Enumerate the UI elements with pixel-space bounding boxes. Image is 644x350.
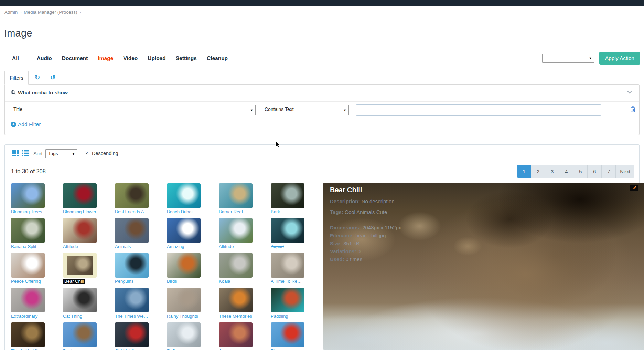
apply-action-button[interactable]: Apply Action bbox=[599, 52, 640, 65]
media-title-link[interactable]: These Memories bbox=[219, 313, 253, 319]
media-title-link[interactable]: Extraordinary bbox=[11, 313, 45, 319]
tab-image[interactable]: Image bbox=[98, 55, 114, 61]
pagination-page-button[interactable]: 6 bbox=[588, 165, 602, 178]
media-thumbnail[interactable] bbox=[219, 183, 253, 208]
media-item: Blooming Flower bbox=[63, 183, 97, 216]
media-thumbnail[interactable] bbox=[219, 218, 253, 243]
pagination-page-button[interactable]: 1 bbox=[517, 165, 531, 178]
filters-tab[interactable]: Filters bbox=[4, 71, 29, 85]
sort-select[interactable]: Tags ▼ bbox=[45, 149, 77, 158]
media-title-link[interactable]: Penguins bbox=[115, 279, 149, 284]
media-title-link[interactable]: Best Friends A... bbox=[115, 209, 149, 214]
tab-settings[interactable]: Settings bbox=[176, 55, 197, 61]
media-thumbnail[interactable] bbox=[219, 288, 253, 312]
media-item: Amazing bbox=[167, 218, 201, 251]
media-thumbnail[interactable] bbox=[11, 218, 45, 243]
media-thumbnail[interactable] bbox=[167, 322, 201, 347]
media-title-link[interactable]: Koala bbox=[219, 279, 253, 284]
media-thumbnail[interactable] bbox=[115, 183, 149, 208]
refresh-icon[interactable]: ↻ bbox=[35, 74, 40, 81]
pagination-page-button[interactable]: 7 bbox=[602, 165, 616, 178]
media-title-link[interactable]: Altitude bbox=[219, 244, 253, 249]
filters-panel-header[interactable]: What media to show bbox=[11, 90, 68, 95]
breadcrumb-link[interactable]: Admin bbox=[4, 10, 18, 15]
media-title-link[interactable]: Old Mobile bbox=[115, 348, 149, 350]
media-thumbnail-selected[interactable] bbox=[63, 253, 97, 278]
add-filter-link[interactable]: + Add Filter bbox=[11, 121, 41, 127]
edit-button[interactable] bbox=[630, 185, 638, 191]
breadcrumb-link[interactable]: Media Manager (Process) bbox=[24, 10, 77, 15]
media-title-link[interactable]: Cat Thing bbox=[63, 313, 97, 319]
media-title-link[interactable]: Bark bbox=[271, 209, 304, 214]
descending-checkbox[interactable]: ✓ bbox=[85, 151, 89, 155]
media-title-link[interactable]: Attitude bbox=[63, 244, 97, 249]
media-title-link[interactable]: Blooming Flower bbox=[63, 209, 97, 214]
media-thumbnail[interactable] bbox=[167, 183, 201, 208]
tab-cleanup[interactable]: Cleanup bbox=[207, 55, 228, 61]
media-thumbnail[interactable] bbox=[115, 253, 149, 278]
action-select[interactable]: ▼ bbox=[542, 54, 594, 63]
grid-view-icon[interactable] bbox=[12, 150, 19, 156]
pagination-page-button[interactable]: 5 bbox=[573, 165, 588, 178]
media-title-link[interactable]: Bear Chill bbox=[63, 279, 85, 284]
pagination-next-button[interactable]: Next bbox=[616, 165, 634, 178]
media-title-link[interactable]: A Time To Reme... bbox=[271, 279, 304, 284]
media-title-link[interactable]: Barrier Reef bbox=[219, 209, 253, 214]
media-thumbnail[interactable] bbox=[167, 288, 201, 312]
media-thumbnail[interactable] bbox=[11, 253, 45, 278]
media-title-link[interactable]: Amazing bbox=[167, 244, 201, 249]
pagination-page-button[interactable]: 3 bbox=[545, 165, 559, 178]
media-thumbnail[interactable] bbox=[167, 218, 201, 243]
media-thumbnail[interactable] bbox=[115, 218, 149, 243]
pagination-page-button[interactable]: 2 bbox=[531, 165, 545, 178]
media-thumbnail[interactable] bbox=[11, 183, 45, 208]
media-title-link[interactable]: Banana Split bbox=[11, 244, 45, 249]
tab-all[interactable]: All bbox=[12, 55, 19, 61]
media-title-link[interactable]: Birds bbox=[167, 279, 201, 284]
media-thumbnail[interactable] bbox=[11, 322, 45, 347]
media-title-link[interactable]: The Times Weve... bbox=[115, 313, 149, 319]
media-title-link[interactable]: Peace Offering bbox=[11, 279, 45, 284]
media-thumbnail[interactable] bbox=[63, 183, 97, 208]
tab-upload[interactable]: Upload bbox=[148, 55, 166, 61]
media-title-link[interactable]: Paddling bbox=[271, 313, 304, 319]
media-title-link[interactable]: Beach Dubai bbox=[167, 209, 201, 214]
media-thumbnail[interactable] bbox=[11, 288, 45, 312]
tab-document[interactable]: Document bbox=[62, 55, 88, 61]
media-title-link[interactable]: Animals bbox=[115, 244, 149, 249]
tab-audio[interactable]: Audio bbox=[37, 55, 52, 61]
tab-video[interactable]: Video bbox=[123, 55, 138, 61]
undo-icon[interactable]: ↺ bbox=[50, 74, 55, 81]
media-thumbnail[interactable] bbox=[63, 288, 97, 312]
preview-fields: Description: No descriptionTags: Cool An… bbox=[330, 198, 395, 220]
media-thumbnail[interactable] bbox=[63, 322, 97, 347]
media-thumbnail[interactable] bbox=[271, 183, 304, 208]
media-thumbnail[interactable] bbox=[219, 322, 253, 347]
trash-icon[interactable] bbox=[630, 106, 635, 112]
media-title-link[interactable]: Airport bbox=[271, 244, 304, 249]
filter-value-input[interactable] bbox=[356, 104, 601, 116]
media-thumbnail[interactable] bbox=[271, 253, 304, 278]
media-title-link[interactable]: Blooming Trees bbox=[11, 209, 45, 214]
media-thumbnail[interactable] bbox=[167, 253, 201, 278]
media-title-link[interactable]: Rainy Thoughts bbox=[167, 313, 201, 319]
media-thumbnail[interactable] bbox=[271, 322, 304, 347]
chevron-down-icon[interactable] bbox=[627, 90, 632, 94]
media-thumbnail[interactable] bbox=[115, 322, 149, 347]
media-title-link[interactable]: Flowers bbox=[271, 348, 304, 350]
media-title-link[interactable]: Autumn bbox=[219, 348, 253, 350]
media-title-link[interactable]: This Is My Life bbox=[11, 348, 45, 350]
media-thumbnail[interactable] bbox=[271, 218, 304, 243]
preview-field-label: Tags: bbox=[330, 209, 345, 215]
media-thumbnail[interactable] bbox=[271, 288, 304, 312]
media-thumbnail[interactable] bbox=[63, 218, 97, 243]
media-thumbnail[interactable] bbox=[219, 253, 253, 278]
media-title-link[interactable]: Refinery bbox=[167, 348, 201, 350]
list-view-icon[interactable] bbox=[22, 150, 29, 156]
media-item: Peace Offering bbox=[11, 253, 45, 286]
media-thumbnail[interactable] bbox=[115, 288, 149, 312]
filter-operator-select[interactable]: Contains Text ▼ bbox=[262, 105, 349, 115]
filter-field-select[interactable]: Title ▼ bbox=[11, 105, 256, 115]
pagination-page-button[interactable]: 4 bbox=[559, 165, 573, 178]
media-title-link[interactable]: Boats bbox=[63, 348, 97, 350]
